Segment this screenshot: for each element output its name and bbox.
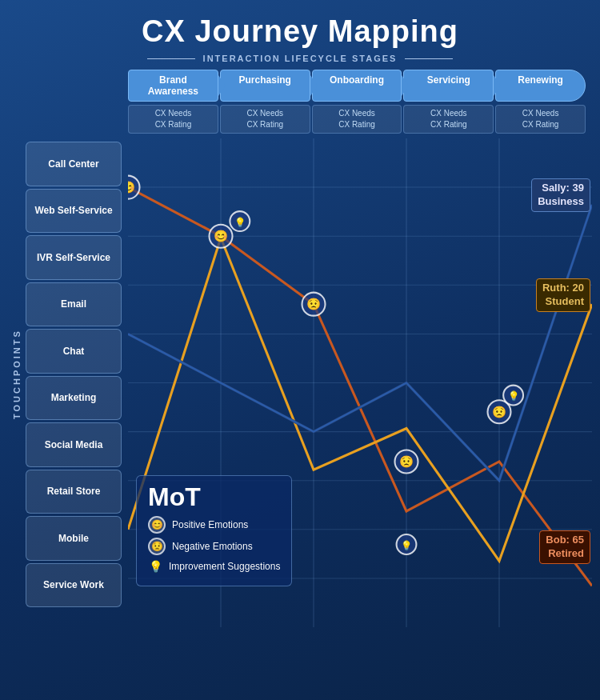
main-area: TOUCHPOINTS Call Center Web Self-Service… bbox=[10, 138, 600, 610]
person-bob-label: Bob: 65 Retired bbox=[539, 530, 590, 564]
negative-emotion-icon: 😟 bbox=[148, 538, 166, 555]
tp-call-center: Call Center bbox=[26, 142, 122, 186]
cx-cell-2: CX NeedsCX Rating bbox=[312, 105, 402, 134]
stage-purchasing: Purchasing bbox=[220, 70, 310, 102]
positive-emotion-icon: 😊 bbox=[148, 516, 166, 534]
tp-social-media: Social Media bbox=[26, 422, 122, 467]
stage-servicing: Servicing bbox=[403, 70, 494, 102]
svg-text:💡: 💡 bbox=[234, 217, 246, 228]
stages-row: Brand Awareness Purchasing Onboarding Se… bbox=[128, 70, 600, 102]
cx-cell-1: CX NeedsCX Rating bbox=[220, 105, 310, 134]
svg-text:💡: 💡 bbox=[508, 390, 520, 402]
person-ruth-label: Ruth: 20 Student bbox=[536, 278, 590, 312]
tp-retail-store: Retail Store bbox=[26, 470, 122, 514]
touchpoints-label: TOUCHPOINTS bbox=[10, 138, 24, 610]
svg-text:💡: 💡 bbox=[401, 540, 413, 551]
touchpoints-list: Call Center Web Self-Service IVR Self-Se… bbox=[26, 138, 122, 610]
svg-text:😟: 😟 bbox=[492, 405, 507, 419]
chart-area: 😊 😊 💡 😟 😟 😟 💡 💡 bbox=[128, 138, 592, 610]
tp-web-self-service: Web Self-Service bbox=[26, 189, 122, 234]
cx-headers-row: CX NeedsCX Rating CX NeedsCX Rating CX N… bbox=[128, 105, 600, 134]
legend-mot-title: MoT bbox=[148, 484, 280, 510]
legend-negative: 😟 Negative Emotions bbox=[148, 538, 280, 555]
stage-renewing: Renewing bbox=[495, 70, 586, 102]
tp-chat: Chat bbox=[26, 329, 122, 374]
svg-text:😟: 😟 bbox=[306, 297, 322, 311]
cx-cell-4: CX NeedsCX Rating bbox=[495, 105, 586, 134]
page-title: CX Journey Mapping bbox=[0, 0, 600, 54]
subtitle-text: INTERACTION LIFECYCLE STAGES bbox=[203, 54, 398, 63]
svg-text:😊: 😊 bbox=[128, 180, 136, 194]
legend-suggestion: 💡 Improvement Suggestions bbox=[148, 559, 280, 574]
suggestion-icon: 💡 bbox=[148, 559, 162, 574]
cx-cell-0: CX NeedsCX Rating bbox=[128, 105, 218, 134]
subtitle-bar: INTERACTION LIFECYCLE STAGES bbox=[0, 54, 600, 63]
tp-mobile: Mobile bbox=[26, 516, 122, 561]
svg-text:😊: 😊 bbox=[214, 229, 229, 243]
tp-marketing: Marketing bbox=[26, 376, 122, 421]
legend-positive: 😊 Positive Emotions bbox=[148, 516, 280, 534]
tp-ivr-self-service: IVR Self-Service bbox=[26, 235, 122, 280]
svg-text:😟: 😟 bbox=[399, 454, 414, 469]
tp-email: Email bbox=[26, 282, 122, 327]
legend-box: MoT 😊 Positive Emotions 😟 Negative Emoti… bbox=[136, 475, 292, 586]
tp-service-work: Service Work bbox=[26, 563, 122, 608]
cx-cell-3: CX NeedsCX Rating bbox=[403, 105, 494, 134]
person-sally-label: Sally: 39 Business bbox=[531, 178, 590, 212]
stage-brand-awareness: Brand Awareness bbox=[128, 70, 218, 102]
stage-onboarding: Onboarding bbox=[312, 70, 402, 102]
